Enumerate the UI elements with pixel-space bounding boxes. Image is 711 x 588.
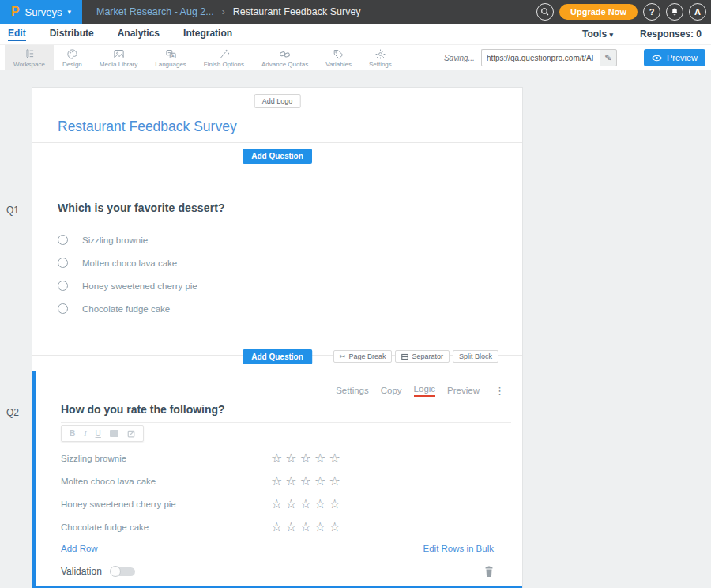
radio-icon[interactable] (58, 303, 68, 314)
page-break-label: Page Break (348, 352, 386, 360)
tab-edit[interactable]: Edit (8, 28, 26, 41)
split-block-button[interactable]: Split Block (453, 350, 498, 363)
question-index-q1: Q1 (6, 205, 19, 216)
toolbar-item-label: Settings (369, 61, 392, 68)
gear-icon (374, 48, 386, 60)
edit-url-pencil-icon[interactable]: ✎ (600, 49, 617, 66)
surveys-menu[interactable]: P Surveys ▾ (0, 0, 82, 24)
q1-option[interactable]: Honey sweetened cherry pie (58, 274, 522, 297)
toolbar-item-design[interactable]: Design (54, 45, 91, 70)
q1-option-label: Sizzling brownie (82, 236, 148, 245)
tab-integration[interactable]: Integration (183, 28, 232, 40)
survey-card: Add Logo Restaurant Feedback Survey Add … (32, 87, 523, 588)
responses-count[interactable]: Responses: 0 (640, 28, 702, 40)
toolbar-item-label: Advance Quotas (261, 61, 308, 68)
toolbar-item-variables[interactable]: Variables (317, 45, 360, 70)
page-break-button[interactable]: ✂ Page Break (333, 350, 393, 363)
q1-question-text[interactable]: Which is your favorite dessert? (58, 202, 522, 214)
separator-icon (401, 353, 408, 360)
breadcrumb: Market Research - Aug 2... › Restaurant … (96, 6, 361, 17)
toolbar-item-workspace[interactable]: Workspace (5, 45, 54, 70)
survey-url-input[interactable] (481, 49, 600, 66)
avatar[interactable]: A (689, 3, 706, 21)
help-button[interactable]: ? (643, 3, 660, 21)
survey-title[interactable]: Restaurant Feedback Survey (58, 119, 237, 135)
toolbar-item-finish-options[interactable]: Finish Options (195, 45, 253, 70)
insert-link-icon[interactable] (127, 430, 135, 438)
q1-option[interactable]: Sizzling brownie (58, 228, 522, 251)
more-options-icon[interactable]: ⋮ (495, 385, 505, 397)
toolbar-item-label: Finish Options (204, 61, 244, 68)
tools-menu[interactable]: Tools ▾ (582, 28, 613, 40)
survey-header: Add Logo Restaurant Feedback Survey (32, 88, 522, 143)
survey-url-group: ✎ (481, 49, 617, 66)
q2-title-field[interactable]: How do you rate the following? (61, 402, 511, 423)
rating-row-label[interactable]: Molten choco lava cake (61, 477, 271, 486)
toolbar-item-media-library[interactable]: Media Library (91, 45, 146, 70)
topbar: P Surveys ▾ Market Research - Aug 2... ›… (0, 0, 711, 24)
q2-settings-link[interactable]: Settings (336, 386, 369, 395)
palette-icon (66, 48, 78, 60)
magic-wand-icon (218, 48, 230, 60)
q2-preview-link[interactable]: Preview (447, 386, 480, 395)
notifications-bell-icon[interactable] (666, 3, 683, 21)
bold-button[interactable]: B (70, 429, 75, 438)
scissors-icon: ✂ (340, 352, 346, 360)
star-rating-icons[interactable]: ☆☆☆☆☆ (271, 475, 344, 488)
radio-icon[interactable] (58, 258, 68, 268)
q2-question-text[interactable]: How do you rate the following? (61, 403, 225, 416)
preview-button[interactable]: Preview (644, 49, 705, 66)
toggle-knob (110, 566, 121, 577)
validation-toggle[interactable] (110, 566, 135, 577)
app-window: P Surveys ▾ Market Research - Aug 2... ›… (0, 0, 711, 588)
upgrade-now-button[interactable]: Upgrade Now (559, 4, 638, 20)
toolbar-item-label: Languages (155, 61, 186, 68)
star-rating-icons[interactable]: ☆☆☆☆☆ (271, 521, 344, 533)
toolbar-item-label: Media Library (100, 61, 137, 68)
add-logo-button[interactable]: Add Logo (254, 94, 301, 108)
q2-copy-link[interactable]: Copy (381, 386, 402, 395)
radio-icon[interactable] (58, 235, 68, 245)
editor-toolbar: Workspace Design Media Library A Languag… (0, 44, 711, 70)
star-rating-icons[interactable]: ☆☆☆☆☆ (271, 452, 344, 465)
search-icon[interactable] (536, 3, 554, 21)
delete-question-trash-icon[interactable] (484, 566, 494, 577)
toolbar-item-settings[interactable]: Settings (360, 45, 401, 70)
question-q2-block: Settings Copy Logic Preview ⋮ How do you… (32, 371, 522, 588)
underline-button[interactable]: U (96, 429, 101, 438)
q1-option-label: Chocolate fudge cake (82, 304, 170, 314)
question-q1: Which is your favorite dessert? Sizzling… (32, 167, 522, 355)
rating-row: Chocolate fudge cake ☆☆☆☆☆ (61, 515, 522, 538)
separator-button[interactable]: Separator (395, 350, 450, 363)
add-row-link[interactable]: Add Row (61, 544, 98, 553)
tab-analytics[interactable]: Analytics (118, 28, 160, 40)
chevron-right-icon: › (222, 6, 225, 17)
split-block-label: Split Block (459, 352, 492, 360)
q1-option[interactable]: Chocolate fudge cake (58, 297, 522, 320)
star-rating-icons[interactable]: ☆☆☆☆☆ (271, 498, 344, 511)
toolbar-item-advance-quotas[interactable]: Advance Quotas (253, 45, 317, 70)
radio-icon[interactable] (58, 281, 68, 291)
workspace-icon (23, 48, 35, 60)
chevron-down-icon: ▾ (68, 8, 72, 16)
rating-row-label[interactable]: Sizzling brownie (61, 454, 271, 463)
edit-rows-in-bulk-link[interactable]: Edit Rows in Bulk (423, 544, 494, 553)
add-question-button[interactable]: Add Question (243, 149, 312, 164)
breadcrumb-parent[interactable]: Market Research - Aug 2... (96, 6, 214, 17)
toolbar-item-languages[interactable]: A Languages (146, 45, 195, 70)
add-question-button[interactable]: Add Question (243, 349, 312, 364)
italic-button[interactable]: I (84, 429, 86, 438)
preview-button-label: Preview (667, 53, 698, 62)
rating-row-label[interactable]: Chocolate fudge cake (61, 522, 271, 532)
nav-right: Tools ▾ Responses: 0 (582, 28, 702, 40)
tab-distribute[interactable]: Distribute (50, 28, 94, 40)
rating-row-label[interactable]: Honey sweetened cherry pie (61, 499, 271, 509)
q1-options: Sizzling brownie Molten choco lava cake … (58, 228, 522, 320)
tag-icon (333, 48, 344, 60)
q1-option[interactable]: Molten choco lava cake (58, 251, 522, 274)
insert-image-icon[interactable] (110, 430, 118, 437)
chevron-down-icon: ▾ (609, 31, 613, 39)
q2-logic-link[interactable]: Logic (414, 384, 436, 397)
translate-icon: A (165, 48, 177, 60)
q1-option-label: Molten choco lava cake (82, 258, 177, 268)
